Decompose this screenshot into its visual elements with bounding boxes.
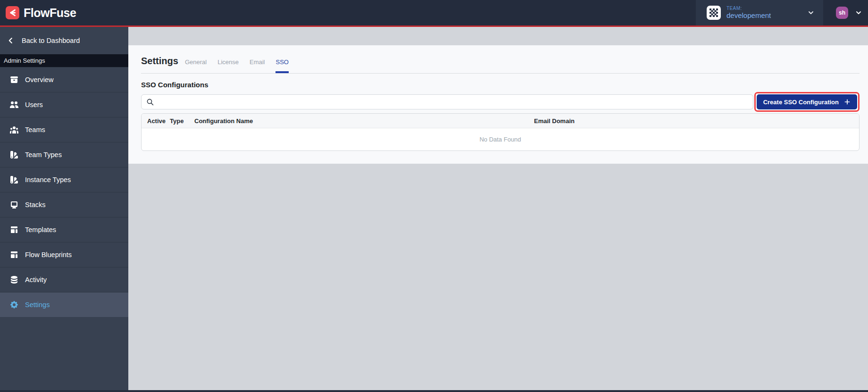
- tab-license[interactable]: License: [217, 58, 239, 73]
- archive-icon: [9, 75, 19, 84]
- sidebar-item-team-types[interactable]: Team Types: [0, 142, 128, 167]
- template-icon: [9, 225, 19, 234]
- settings-header-row: Settings General License Email SSO: [141, 45, 860, 74]
- sidebar-item-label: Templates: [25, 226, 56, 234]
- tab-general[interactable]: General: [185, 58, 207, 73]
- column-header-email-domain: Email Domain: [534, 117, 859, 125]
- sidebar-item-settings[interactable]: Settings: [0, 292, 128, 317]
- column-header-type: Type: [170, 117, 194, 125]
- flowfuse-logo-icon: [6, 6, 19, 19]
- search-box[interactable]: [141, 94, 753, 109]
- sidebar-item-users[interactable]: Users: [0, 92, 128, 117]
- table-empty-row: No Data Found: [142, 128, 859, 150]
- sidebar-section-label: Admin Settings: [0, 54, 128, 67]
- tab-sso[interactable]: SSO: [275, 58, 288, 73]
- brand-name: FlowFuse: [24, 6, 76, 20]
- brand-home-link[interactable]: FlowFuse: [0, 6, 76, 20]
- sidebar-item-label: Team Types: [25, 151, 62, 158]
- plus-icon: [844, 99, 851, 105]
- sidebar-item-instance-types[interactable]: Instance Types: [0, 167, 128, 192]
- sidebar-item-label: Stacks: [25, 201, 46, 209]
- main-content: Settings General License Email SSO SSO C…: [128, 27, 868, 390]
- create-sso-configuration-button[interactable]: Create SSO Configuration: [757, 94, 857, 109]
- empty-state-message: No Data Found: [479, 136, 521, 143]
- user-group-icon: [9, 125, 19, 134]
- user-menu-chevron-down-icon[interactable]: [855, 9, 862, 17]
- admin-sidebar: Back to Dashboard Admin Settings Overvie…: [0, 27, 128, 390]
- database-icon: [9, 275, 19, 284]
- sidebar-item-label: Teams: [25, 126, 45, 133]
- template-icon: [9, 250, 19, 259]
- sidebar-item-label: Instance Types: [25, 176, 71, 183]
- sidebar-item-label: Activity: [25, 276, 47, 284]
- team-label: TEAM:: [726, 6, 771, 11]
- sidebar-item-label: Users: [25, 101, 43, 108]
- section-title: SSO Configurations: [141, 81, 860, 89]
- cog-icon: [9, 300, 19, 309]
- table-header-row: Active Type Configuration Name Email Dom…: [142, 114, 859, 128]
- team-selector[interactable]: TEAM: developement: [696, 0, 823, 25]
- sidebar-item-overview[interactable]: Overview: [0, 67, 128, 92]
- sidebar-item-templates[interactable]: Templates: [0, 217, 128, 242]
- sidebar-item-teams[interactable]: Teams: [0, 117, 128, 142]
- color-swatch-icon: [9, 150, 19, 159]
- desktop-computer-icon: [9, 200, 19, 209]
- team-name: developement: [726, 11, 771, 20]
- page-title: Settings: [141, 56, 178, 73]
- highlight-annotation-box: Create SSO Configuration: [754, 92, 860, 112]
- back-to-dashboard-link[interactable]: Back to Dashboard: [0, 27, 128, 54]
- sso-configurations-table: Active Type Configuration Name Email Dom…: [141, 113, 860, 151]
- color-swatch-icon: [9, 175, 19, 184]
- settings-panel: Settings General License Email SSO SSO C…: [128, 45, 868, 164]
- column-header-active: Active: [147, 117, 170, 125]
- column-header-configuration-name: Configuration Name: [194, 117, 534, 125]
- team-avatar-icon: [707, 6, 721, 20]
- sso-toolbar: Create SSO Configuration: [141, 94, 860, 109]
- chevron-left-icon: [7, 36, 15, 45]
- sidebar-item-label: Settings: [25, 301, 50, 309]
- sidebar-item-label: Overview: [25, 76, 53, 83]
- users-icon: [9, 100, 19, 109]
- sidebar-item-stacks[interactable]: Stacks: [0, 192, 128, 217]
- back-label: Back to Dashboard: [22, 37, 80, 44]
- search-input[interactable]: [158, 98, 748, 106]
- user-avatar[interactable]: sh: [836, 7, 848, 19]
- create-button-label: Create SSO Configuration: [763, 99, 839, 106]
- team-chevron-down-icon: [807, 9, 815, 17]
- search-icon: [146, 98, 154, 106]
- app-header: FlowFuse TEAM: developement sh: [0, 0, 868, 27]
- window-bottom-edge: [0, 390, 868, 392]
- sidebar-item-flow-blueprints[interactable]: Flow Blueprints: [0, 242, 128, 267]
- app-window: FlowFuse TEAM: developement sh: [0, 0, 868, 392]
- sidebar-item-activity[interactable]: Activity: [0, 267, 128, 292]
- sidebar-item-label: Flow Blueprints: [25, 251, 72, 259]
- tab-email[interactable]: Email: [250, 58, 265, 73]
